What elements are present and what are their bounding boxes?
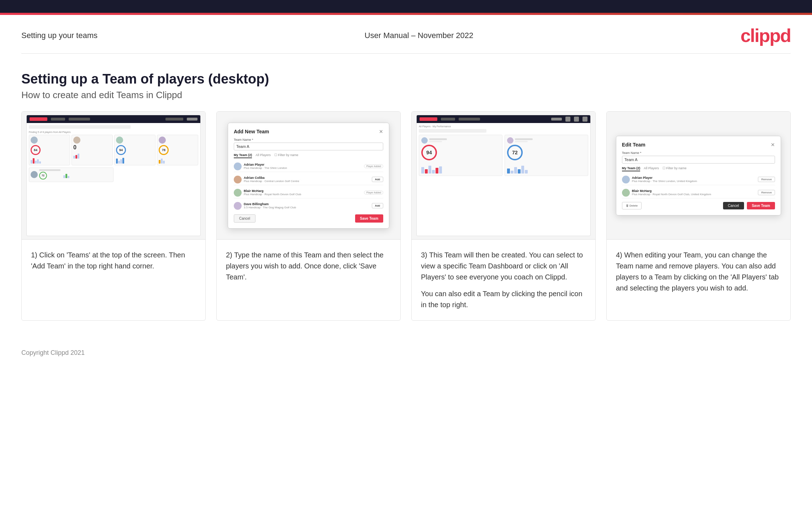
player-status-3: Player Added	[364, 191, 383, 194]
edit-player-info-2: Blair McHarg Plus Handicap · Royal North…	[632, 189, 756, 196]
card-2: Add New Team ✕ Team Name * Team A My Tea…	[216, 111, 401, 321]
copyright-text: Copyright Clippd 2021	[21, 349, 85, 356]
edit-player-info-1: Adrian Player Plus Handicap · The Shire …	[632, 176, 756, 183]
player-list: Adrian Player Plus Handicap · The Shire …	[234, 161, 383, 211]
edit-cancel-button[interactable]: Cancel	[723, 202, 744, 209]
card-2-screenshot: Add New Team ✕ Team Name * Team A My Tea…	[217, 112, 400, 240]
player-detail-3: Plus Handicap · Royal North Devon Golf C…	[244, 193, 362, 196]
player-info-1: Adrian Player Plus Handicap · The Shire …	[244, 163, 362, 170]
edit-team-name-label: Team Name *	[622, 151, 775, 155]
player-avatar-2	[234, 176, 242, 183]
team-name-input[interactable]: Team A	[234, 143, 383, 150]
player-name-4: Dave Billingham	[244, 202, 370, 206]
player-avatar-3	[234, 189, 242, 197]
player-name-3: Blair McHarg	[244, 189, 362, 193]
player-info-2: Adrian Coliba Plus Handicap · Central Lo…	[244, 176, 370, 183]
save-team-button[interactable]: Save Team	[355, 214, 384, 223]
player-row-1: Adrian Player Plus Handicap · The Shire …	[234, 161, 383, 172]
card-3-description-p1: 3) This Team will then be created. You c…	[421, 250, 586, 283]
tab-my-team[interactable]: My Team (2)	[234, 153, 252, 158]
card-3: All Players · My Performance 94	[411, 111, 596, 321]
player-row-2: Adrian Coliba Plus Handicap · Central Lo…	[234, 174, 383, 185]
card-4-description: 4) When editing your Team, you can chang…	[616, 251, 779, 292]
top-bar	[0, 0, 812, 13]
header-center-text: User Manual – November 2022	[365, 31, 474, 40]
edit-player-detail-2: Plus Handicap · Royal North Devon Golf C…	[632, 193, 756, 196]
card-3-text: 3) This Team will then be created. You c…	[412, 240, 595, 320]
add-player-button-2[interactable]: Add	[372, 177, 383, 182]
card-3-description-p2: You can also edit a Team by clicking the…	[421, 288, 586, 310]
player-detail-1: Plus Handicap · The Shire London	[244, 166, 362, 170]
modal-footer: Cancel Save Team	[234, 214, 383, 223]
header: Setting up your teams User Manual – Nove…	[0, 15, 812, 53]
tab-all-players[interactable]: All Players	[255, 153, 271, 158]
mock-nav-2	[417, 115, 590, 123]
modal-title: Add New Team	[234, 129, 269, 134]
edit-modal-header: Edit Team ✕	[622, 142, 775, 148]
edit-tab-my-team[interactable]: My Team (2)	[622, 166, 640, 171]
mock-dashboard-2: All Players · My Performance 94	[416, 115, 591, 236]
edit-player-detail-1: Plus Handicap · The Shire London, United…	[632, 180, 756, 183]
card-2-text: 2) Type the name of this Team and then s…	[217, 240, 400, 320]
modal-header: Add New Team ✕	[234, 129, 383, 134]
player-avatar-1	[234, 162, 242, 170]
edit-modal-close-icon[interactable]: ✕	[771, 142, 775, 148]
mock-content-1: Finding 5 of 8 players from All Players …	[27, 123, 200, 184]
player-info-4: Dave Billingham 3.5 Handicap · The Gog M…	[244, 202, 370, 209]
footer: Copyright Clippd 2021	[0, 342, 812, 364]
edit-player-avatar-1	[622, 176, 630, 183]
card-4-screenshot: Edit Team ✕ Team Name * Team A My Team (…	[607, 112, 790, 240]
card-1: Finding 5 of 8 players from All Players …	[21, 111, 206, 321]
player-name-1: Adrian Player	[244, 163, 362, 166]
mock-dashboard-1: Finding 5 of 8 players from All Players …	[26, 115, 201, 236]
cards-container: Finding 5 of 8 players from All Players …	[0, 111, 812, 342]
page-title: Setting up a Team of players (desktop)	[21, 71, 791, 87]
card-1-screenshot: Finding 5 of 8 players from All Players …	[22, 112, 205, 240]
page-title-section: Setting up a Team of players (desktop) H…	[0, 54, 812, 111]
card-2-description: 2) Type the name of this Team and then s…	[226, 251, 384, 281]
edit-player-avatar-2	[622, 189, 630, 197]
card-3-screenshot: All Players · My Performance 94	[412, 112, 595, 240]
team-name-label: Team Name *	[234, 138, 383, 142]
modal-tabs: My Team (2) All Players ☐ Filter by name	[234, 153, 383, 158]
edit-modal-tabs: My Team (2) All Players ☐ Filter by name	[622, 166, 775, 171]
header-left-text: Setting up your teams	[21, 31, 97, 40]
modal-close-icon[interactable]: ✕	[379, 129, 383, 134]
add-player-button-4[interactable]: Add	[372, 203, 383, 208]
edit-team-name-input[interactable]: Team A	[622, 156, 775, 164]
player-avatar-4	[234, 202, 242, 210]
edit-player-list: Adrian Player Plus Handicap · The Shire …	[622, 174, 775, 198]
tab-filter[interactable]: ☐ Filter by name	[274, 153, 299, 158]
remove-player-button-1[interactable]: Remove	[758, 177, 775, 182]
player-detail-4: 3.5 Handicap · The Gog Magog Golf Club	[244, 206, 370, 209]
player-info-3: Blair McHarg Plus Handicap · Royal North…	[244, 189, 362, 196]
edit-tab-filter[interactable]: ☐ Filter by name	[663, 166, 687, 171]
card-4-text: 4) When editing your Team, you can chang…	[607, 240, 790, 320]
cancel-button[interactable]: Cancel	[234, 214, 255, 223]
card-1-text: 1) Click on 'Teams' at the top of the sc…	[22, 240, 205, 320]
edit-player-row-2: Blair McHarg Plus Handicap · Royal North…	[622, 187, 775, 198]
edit-modal-title: Edit Team	[622, 142, 645, 148]
edit-tab-all-players[interactable]: All Players	[644, 166, 659, 171]
clippd-logo: clippd	[740, 25, 791, 46]
edit-player-name-2: Blair McHarg	[632, 189, 756, 193]
edit-modal-footer: 🗑 Delete Cancel Save Team	[622, 202, 775, 209]
player-status-1: Player Added	[364, 164, 383, 168]
add-new-team-modal: Add New Team ✕ Team Name * Team A My Tea…	[228, 123, 389, 229]
edit-player-name-1: Adrian Player	[632, 176, 756, 180]
card-1-description: 1) Click on 'Teams' at the top of the sc…	[31, 251, 185, 270]
player-detail-2: Plus Handicap · Central London Golf Cent…	[244, 180, 370, 183]
mock-content-2: All Players · My Performance 94	[417, 123, 590, 178]
edit-player-row-1: Adrian Player Plus Handicap · The Shire …	[622, 174, 775, 185]
edit-save-team-button[interactable]: Save Team	[747, 202, 775, 209]
player-row-4: Dave Billingham 3.5 Handicap · The Gog M…	[234, 201, 383, 211]
page-subtitle: How to create and edit Teams in Clippd	[21, 90, 791, 101]
card-4: Edit Team ✕ Team Name * Team A My Team (…	[606, 111, 791, 321]
mock-nav-1	[27, 115, 200, 123]
player-name-2: Adrian Coliba	[244, 176, 370, 180]
player-row-3: Blair McHarg Plus Handicap · Royal North…	[234, 187, 383, 198]
delete-team-button[interactable]: 🗑 Delete	[622, 202, 642, 209]
remove-player-button-2[interactable]: Remove	[758, 190, 775, 195]
edit-team-modal: Edit Team ✕ Team Name * Team A My Team (…	[616, 136, 781, 215]
